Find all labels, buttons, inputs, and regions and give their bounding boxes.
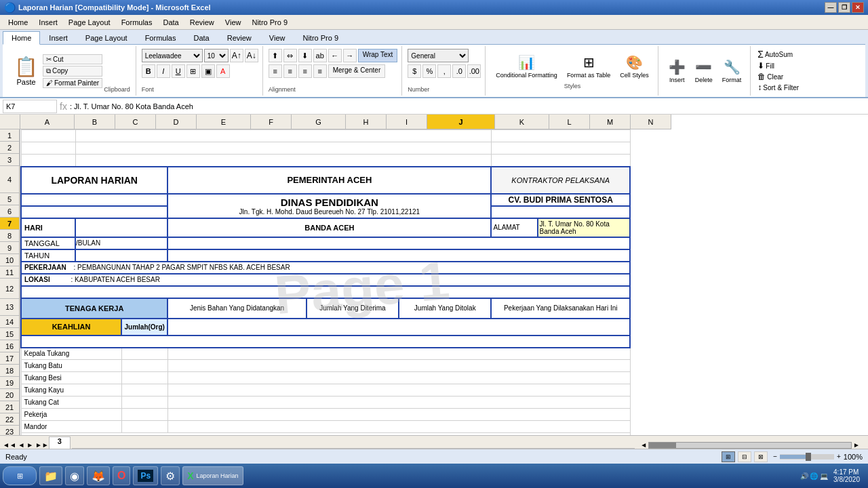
font-size-select[interactable]: 10 [204,49,229,62]
underline-button[interactable]: U [172,64,185,78]
alamat-value-cell[interactable]: Jl. T. Umar No. 80 Kota Banda Aceh [538,218,630,237]
menu-page-layout[interactable]: Page Layout [63,17,116,28]
hari-value[interactable] [75,218,167,237]
taskbar-chrome[interactable]: ◉ [65,466,84,485]
tab-nitro[interactable]: Nitro Pro 9 [294,31,347,44]
jenis-bahan-cell[interactable]: Jenis Bahan Yang Didatangkan [167,298,306,319]
worker-6[interactable]: Pekerja [21,409,121,421]
cell-3b[interactable] [75,155,491,167]
row-header-1[interactable]: 1 [0,129,20,142]
tab-view[interactable]: View [260,31,294,44]
pekerjaan-hari-cell[interactable]: Pekerjaan Yang Dilaksanakan Hari Ini [491,298,630,319]
worker-3[interactable]: Tukang Besi [21,372,121,384]
col-header-a[interactable]: A [20,115,75,129]
cell-3a[interactable] [21,155,75,167]
worker-7-rest[interactable] [167,421,630,433]
cell-3k[interactable] [491,155,630,167]
lokasi-cell[interactable]: LOKASI : KABUPATEN ACEH BESAR [21,274,630,286]
name-box[interactable] [3,100,57,113]
row-header-18[interactable]: 18 [0,365,20,377]
row-header-17[interactable]: 17 [0,352,20,365]
scroll-left-btn[interactable]: ◄ [640,441,647,449]
taskbar-opera[interactable]: O [113,466,130,485]
row-header-21[interactable]: 21 [0,401,20,413]
minimize-button[interactable]: — [825,2,837,13]
menu-review[interactable]: Review [184,17,220,28]
row-header-13[interactable]: 13 [0,299,20,316]
font-color-button[interactable]: A [216,64,230,78]
zoom-in-btn[interactable]: + [837,453,841,460]
tab-page-layout[interactable]: Page Layout [77,31,136,44]
menu-data[interactable]: Data [157,17,184,28]
cell-2b[interactable] [75,142,491,155]
worker-3-qty[interactable] [121,372,167,384]
insert-cells-button[interactable]: ➕ Insert [665,57,689,85]
align-justify-button[interactable]: ≡ [313,64,327,78]
format-painter-button[interactable]: 🖌 Format Painter [43,78,102,88]
row-header-3[interactable]: 3 [0,154,20,166]
align-center-button[interactable]: ≡ [283,64,297,78]
cut-button[interactable]: ✂ Cut [43,54,102,64]
worker-7[interactable]: Mandor [21,421,121,433]
worker-6-qty[interactable] [121,409,167,421]
col-header-n[interactable]: N [631,115,671,129]
col-header-k[interactable]: K [495,115,549,129]
col-header-b[interactable]: B [75,115,115,129]
menu-home[interactable]: Home [3,17,33,28]
tahun-label-cell[interactable]: TAHUN [21,249,75,262]
restore-button[interactable]: ❐ [838,2,850,13]
worker-5-qty[interactable] [121,396,167,409]
align-bottom-button[interactable]: ⬇ [298,49,312,62]
empty-5a[interactable] [21,194,167,206]
indent-increase-button[interactable]: → [343,49,357,62]
row-header-8[interactable]: 8 [0,230,20,242]
empty-6a[interactable] [21,206,167,218]
row-header-6[interactable]: 6 [0,205,20,218]
empty-14[interactable] [21,336,630,348]
cv-name-cell[interactable]: CV. BUDI PRIMA SENTOSA [491,194,630,206]
scrollbar-thumb[interactable] [649,443,676,448]
delete-cells-button[interactable]: ➖ Delete [692,57,716,85]
taskbar-file-manager[interactable]: 📁 [39,466,62,485]
menu-nitro[interactable]: Nitro Pro 9 [246,17,293,28]
col-header-l[interactable]: L [549,115,590,129]
close-button[interactable]: ✕ [852,2,864,13]
row-header-2[interactable]: 2 [0,142,20,154]
cell-2k[interactable] [491,142,630,155]
empty-13[interactable] [167,319,630,336]
worker-1-rest[interactable] [167,348,630,360]
page-layout-btn[interactable]: ⊟ [738,451,751,462]
tab-home[interactable]: Home [3,31,40,45]
worker-4-rest[interactable] [167,384,630,396]
row-header-15[interactable]: 15 [0,328,20,340]
tenaga-kerja-cell[interactable]: TENAGA KERJA [21,298,167,319]
decrease-decimal-button[interactable]: .00 [467,64,481,78]
empty-9[interactable] [167,249,630,262]
fill-color-button[interactable]: ▣ [201,64,215,78]
indent-decrease-button[interactable]: ← [328,49,342,62]
jumlah-diterima-cell[interactable]: Jumlah Yang Diterima [307,298,399,319]
tab-data[interactable]: Data [184,31,218,44]
row-header-22[interactable]: 22 [0,413,20,426]
pekerjaan-cell[interactable]: PEKERJAAN : PEMBANGUNAN TAHAP 2 PAGAR SM… [21,262,630,274]
tab-formulas[interactable]: Formulas [136,31,185,44]
jumlah-header-cell[interactable]: Jumlah(Org) [121,319,167,336]
row-header-16[interactable]: 16 [0,340,20,352]
empty-6k[interactable] [491,206,630,218]
worker-2-qty[interactable] [121,360,167,372]
banda-aceh-cell[interactable]: BANDA ACEH [167,218,491,237]
tanggal-label-cell[interactable]: TANGGAL [21,237,75,249]
row-header-10[interactable]: 10 [0,254,20,266]
col-header-i[interactable]: I [387,115,427,129]
keahlian-header-cell[interactable]: KEAHLIAN [21,319,121,336]
tab-review[interactable]: Review [218,31,260,44]
worker-4[interactable]: Tukang Kayu [21,384,121,396]
worker-2[interactable]: Tukang Batu [21,360,121,372]
row-header-4[interactable]: 4 [0,166,20,193]
col-header-m[interactable]: M [590,115,631,129]
row-header-11[interactable]: 11 [0,266,20,279]
cell-styles-button[interactable]: 🎨 Cell Styles [616,52,652,81]
zoom-thumb[interactable] [806,453,811,461]
dinas-cell[interactable]: DINAS PENDIDIKAN Jln. Tgk. H. Mohd. Daud… [167,194,491,218]
cell-1k[interactable] [491,130,630,142]
